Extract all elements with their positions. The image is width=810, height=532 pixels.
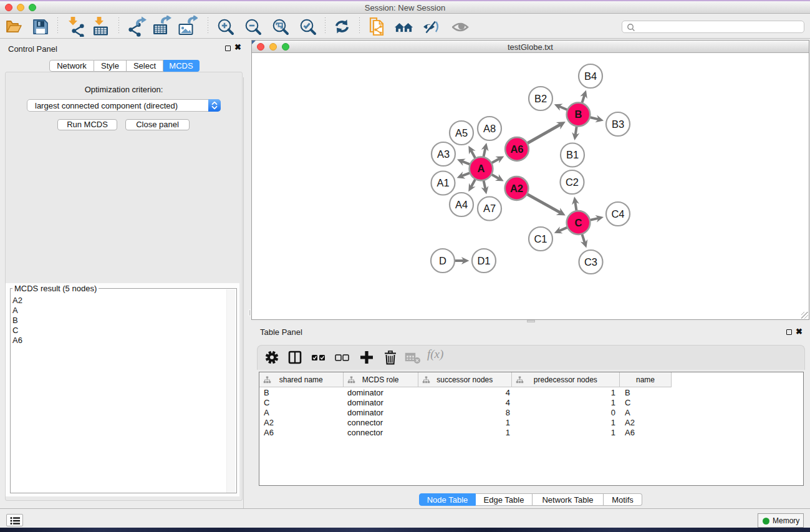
svg-text:D1: D1 xyxy=(477,255,490,266)
svg-text:A6: A6 xyxy=(510,143,523,155)
svg-text:A8: A8 xyxy=(483,123,496,134)
svg-text:B2: B2 xyxy=(534,93,547,104)
svg-text:B3: B3 xyxy=(612,118,624,130)
svg-text:A2: A2 xyxy=(510,183,523,194)
svg-text:A: A xyxy=(478,163,485,174)
svg-text:C1: C1 xyxy=(534,233,547,244)
svg-text:A4: A4 xyxy=(455,199,468,210)
svg-text:B: B xyxy=(575,109,582,120)
svg-text:A7: A7 xyxy=(483,203,496,214)
svg-text:D: D xyxy=(439,255,446,266)
svg-text:A3: A3 xyxy=(437,148,450,160)
svg-text:A5: A5 xyxy=(455,127,468,138)
svg-text:B1: B1 xyxy=(566,149,579,160)
svg-text:C4: C4 xyxy=(611,208,624,220)
svg-text:C: C xyxy=(575,217,582,228)
svg-text:C3: C3 xyxy=(584,256,597,268)
svg-text:C2: C2 xyxy=(566,177,579,188)
svg-text:A1: A1 xyxy=(436,177,449,188)
svg-text:B4: B4 xyxy=(584,70,597,82)
